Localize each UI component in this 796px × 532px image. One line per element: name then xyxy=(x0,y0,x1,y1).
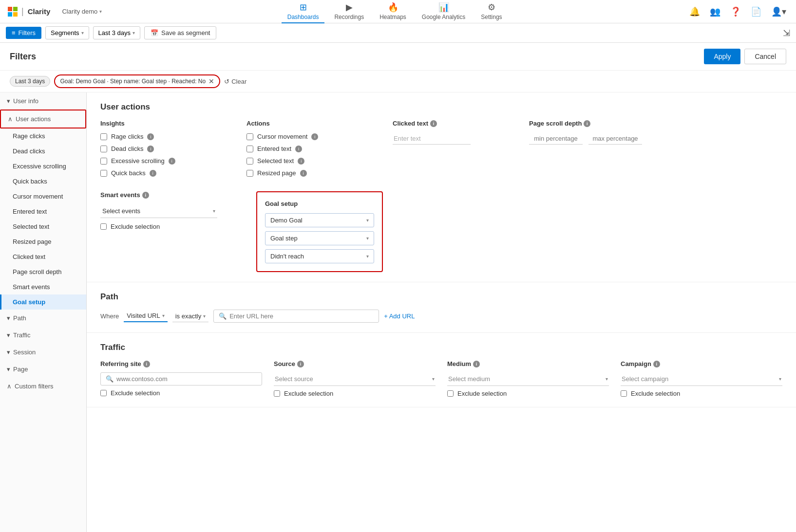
sidebar-item-resized-page[interactable]: Resized page xyxy=(0,234,86,249)
sidebar-item-quick-backs[interactable]: Quick backs xyxy=(0,174,86,189)
referring-site-input[interactable] xyxy=(116,375,257,383)
sidebar-item-dead-clicks[interactable]: Dead clicks xyxy=(0,144,86,159)
scroll-max-input[interactable] xyxy=(588,133,642,145)
sidebar-group-user-info[interactable]: ▾ User info xyxy=(0,92,86,110)
medium-exclude-row: Exclude selection xyxy=(447,390,609,397)
sidebar-item-rage-clicks[interactable]: Rage clicks xyxy=(0,128,86,144)
sidebar-group-user-actions[interactable]: ∧ User actions xyxy=(0,110,86,128)
source-exclude-row: Exclude selection xyxy=(274,390,436,397)
clear-filters-link[interactable]: ↺ Clear xyxy=(224,78,246,85)
sidebar-item-page-scroll-depth[interactable]: Page scroll depth xyxy=(0,264,86,279)
smart-goal-row: Smart events i Select events ▾ Exclude s… xyxy=(100,191,782,272)
page-scroll-depth-info-icon[interactable]: i xyxy=(584,120,590,127)
expand-icon[interactable]: ⇲ xyxy=(783,28,790,38)
quick-backs-checkbox[interactable] xyxy=(100,170,107,177)
path-url-input[interactable] xyxy=(229,312,374,320)
path-url-input-wrapper: 🔍 xyxy=(213,310,379,323)
sidebar-item-smart-events[interactable]: Smart events xyxy=(0,279,86,294)
clicked-text-input[interactable] xyxy=(393,133,471,145)
resized-page-info-icon[interactable]: i xyxy=(300,170,307,177)
goal-reach-dropdown[interactable]: Didn't reach ▾ xyxy=(265,249,374,263)
users-icon[interactable]: 👥 xyxy=(708,4,722,19)
sidebar-item-excessive-scrolling[interactable]: Excessive scrolling xyxy=(0,159,86,174)
cursor-movement-checkbox[interactable] xyxy=(246,133,253,140)
source-dropdown[interactable]: Select source ▾ xyxy=(274,372,436,386)
sidebar-group-custom-filters[interactable]: ∧ Custom filters xyxy=(0,378,86,395)
goal-step-dropdown[interactable]: Goal step ▾ xyxy=(265,231,374,245)
svg-rect-1 xyxy=(13,7,18,11)
entered-text-info-icon[interactable]: i xyxy=(295,146,302,152)
path-where-label: Where xyxy=(100,312,119,320)
source-info-icon[interactable]: i xyxy=(297,361,304,367)
add-url-button[interactable]: + Add URL xyxy=(384,312,415,320)
cancel-button[interactable]: Cancel xyxy=(744,49,786,64)
excessive-scrolling-info-icon[interactable]: i xyxy=(169,158,175,165)
medium-info-icon[interactable]: i xyxy=(473,361,480,367)
collapse-icon-path: ▾ xyxy=(7,314,10,322)
campaign-exclude-checkbox[interactable] xyxy=(621,390,627,397)
dead-clicks-info-icon[interactable]: i xyxy=(147,146,154,152)
sidebar-group-path[interactable]: ▾ Path xyxy=(0,310,86,327)
path-url-type-dropdown[interactable]: Visited URL ▾ xyxy=(124,310,167,322)
filter-button[interactable]: ≡ Filters xyxy=(6,27,41,39)
help-icon[interactable]: ❓ xyxy=(728,4,743,19)
sidebar-group-traffic[interactable]: ▾ Traffic xyxy=(0,327,86,344)
campaign-dropdown[interactable]: Select campaign ▾ xyxy=(621,372,782,386)
date-range-button[interactable]: Last 3 days ▾ xyxy=(93,26,141,39)
nav-google-analytics[interactable]: 📊 Google Analytics xyxy=(416,0,471,23)
entered-text-row: Entered text i xyxy=(246,145,393,152)
traffic-section: Traffic Referring site i 🔍 xyxy=(87,333,796,407)
rage-clicks-checkbox[interactable] xyxy=(100,133,107,140)
quick-backs-info-icon[interactable]: i xyxy=(150,170,156,177)
source-exclude-checkbox[interactable] xyxy=(274,390,280,397)
quick-backs-row: Quick backs i xyxy=(100,169,246,177)
selected-text-checkbox[interactable] xyxy=(246,158,253,165)
notifications-icon[interactable]: 🔔 xyxy=(687,4,702,19)
sidebar-item-clicked-text[interactable]: Clicked text xyxy=(0,249,86,264)
insights-title: Insights xyxy=(100,120,246,127)
cursor-movement-info-icon[interactable]: i xyxy=(311,133,318,140)
document-icon[interactable]: 📄 xyxy=(749,4,763,19)
instance-selector[interactable]: Clarity demo ▾ xyxy=(62,8,102,15)
entered-text-checkbox[interactable] xyxy=(246,146,253,152)
sidebar-item-selected-text[interactable]: Selected text xyxy=(0,219,86,234)
smart-events-exclude-checkbox[interactable] xyxy=(100,223,107,230)
nav-dashboards[interactable]: ⊞ Dashboards xyxy=(282,0,325,23)
date-filter-chip[interactable]: Last 3 days xyxy=(10,76,50,87)
rage-clicks-info-icon[interactable]: i xyxy=(147,133,154,140)
referring-site-exclude-checkbox[interactable] xyxy=(100,390,107,396)
apply-button[interactable]: Apply xyxy=(704,49,740,64)
svg-rect-2 xyxy=(8,12,12,17)
sidebar-group-page[interactable]: ▾ Page xyxy=(0,361,86,378)
referring-site-info-icon[interactable]: i xyxy=(143,361,150,367)
excessive-scrolling-checkbox[interactable] xyxy=(100,158,107,165)
smart-events-dropdown[interactable]: Select events ▾ xyxy=(100,204,217,218)
sidebar-item-cursor-movement[interactable]: Cursor movement xyxy=(0,189,86,204)
smart-events-title: Smart events i xyxy=(100,191,237,199)
scroll-min-input[interactable] xyxy=(529,133,583,145)
sidebar-item-goal-setup[interactable]: Goal setup xyxy=(0,294,86,310)
dead-clicks-checkbox[interactable] xyxy=(100,146,107,152)
nav-recordings[interactable]: ▶ Recordings xyxy=(328,0,370,23)
nav-heatmaps[interactable]: 🔥 Heatmaps xyxy=(374,0,412,23)
smart-events-info-icon[interactable]: i xyxy=(142,192,149,199)
filter-icon: ≡ xyxy=(12,29,16,37)
sidebar-group-session[interactable]: ▾ Session xyxy=(0,344,86,361)
save-segment-button[interactable]: 📅 Save as segment xyxy=(144,26,216,39)
goal-name-dropdown[interactable]: Demo Goal ▾ xyxy=(265,213,374,227)
segments-button[interactable]: Segments ▾ xyxy=(45,26,89,39)
sidebar-item-entered-text[interactable]: Entered text xyxy=(0,204,86,219)
medium-dropdown[interactable]: Select medium ▾ xyxy=(447,372,609,386)
nav-settings[interactable]: ⚙ Settings xyxy=(475,0,508,23)
resized-page-checkbox[interactable] xyxy=(246,170,253,177)
medium-exclude-checkbox[interactable] xyxy=(447,390,454,397)
remove-filter-icon[interactable]: ✕ xyxy=(208,77,214,85)
selected-text-info-icon[interactable]: i xyxy=(298,158,304,165)
account-icon[interactable]: 👤▾ xyxy=(769,4,788,19)
campaign-chevron: ▾ xyxy=(779,376,781,382)
campaign-info-icon[interactable]: i xyxy=(653,361,660,367)
clicked-text-info-icon[interactable]: i xyxy=(430,120,437,127)
user-actions-section: User actions Insights Rage clicks i xyxy=(87,92,796,282)
user-actions-grid: Insights Rage clicks i Dead clicks i xyxy=(100,120,782,182)
path-condition-dropdown[interactable]: is exactly ▾ xyxy=(172,311,208,322)
